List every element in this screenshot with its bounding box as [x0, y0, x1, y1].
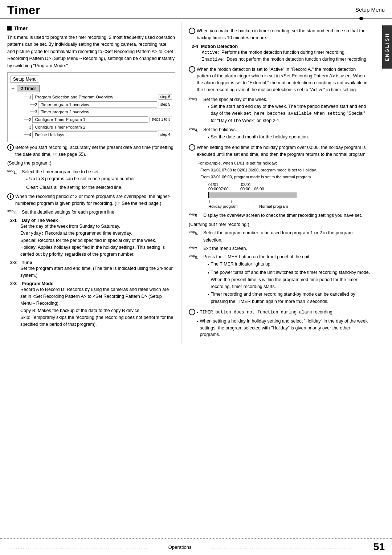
sub-num-2-3: 2-3: [10, 281, 20, 286]
step-4-content: Set the holidays. • Set the date and mon…: [203, 126, 370, 142]
right-info-4: i • TIMER button does not function durin…: [189, 309, 370, 339]
right-info-text-2: When the motion detection is set to "Act…: [197, 66, 370, 93]
timeline-date-labels: 01/01 02/01: [208, 182, 370, 187]
right-info-icon-4: i: [189, 309, 195, 315]
step-badge-2: step 5: [159, 102, 172, 107]
tree-num-1: 1: [29, 95, 31, 99]
tree-box-4: Configure Timer Program 1: [32, 116, 148, 123]
time-label-2: 07:00: [219, 187, 240, 191]
example-line-2: From 02/01 06:00, program mode is set to…: [200, 174, 370, 180]
right-info-icon-2: i: [189, 66, 195, 73]
step-1-prefix: step1.: [7, 169, 22, 174]
sub-content-2-2: Set the program start and end time. (The…: [20, 265, 175, 279]
step-8-content: Press the TIMER button on the front pane…: [203, 254, 370, 306]
timeline-time-labels: 00:00 07:00 00:00 06:00: [208, 187, 370, 191]
info-block-2: i When the recording period of 2 or more…: [7, 193, 175, 207]
tree-num-2: 2: [35, 102, 37, 107]
step-7-prefix: step7.: [189, 245, 203, 251]
tree-box-3: Timer program 2 overview: [38, 109, 172, 115]
tree-conn-5: [24, 127, 29, 127]
arrow-mid: ↑: [230, 199, 252, 204]
step-4-prefix: step4.: [189, 126, 203, 132]
everyday-text: Everyday:: [20, 231, 44, 236]
inactive-text: Inactive:: [202, 57, 225, 62]
main-content: Timer This menu is used to program the t…: [0, 19, 392, 348]
menu-diagram: Setup Menu → 2 Timer 1 Program Selection…: [7, 72, 175, 142]
sub-item-2-4: 2-4 Motion Detection Active: Performs th…: [192, 44, 370, 63]
bullet-icon-3-1: •: [208, 104, 209, 111]
info-4-bullet-1: • TIMER button does not function during …: [197, 309, 370, 316]
right-info-text-3: When setting the end time of the holiday…: [197, 144, 370, 158]
step-8-bullet-3-text: Timer recording and timer recording stan…: [211, 291, 370, 305]
step-7-row: step7. Exit the menu screen.: [189, 245, 370, 252]
step-badge-1: step 6: [159, 94, 172, 100]
step-1-text: Select the timer program line to be set.: [22, 169, 100, 174]
tree-item-3: 3 Timer program 2 overview: [30, 109, 172, 115]
tree-conn-4: [24, 119, 29, 119]
step-8-row: step8. Press the TIMER button on the fro…: [189, 254, 370, 306]
sub-title-2-3: Program Mode: [22, 281, 54, 286]
normal-label: Normal program: [259, 204, 288, 208]
tree-num-3: 3: [35, 110, 37, 114]
holiday-label: Holiday program: [208, 204, 259, 208]
sub-num-2-1: 2-1: [10, 218, 20, 223]
tree-label-1: Program Selection and Program Overview: [35, 95, 113, 99]
step-1-clear: Clear: Clears all the setting for the se…: [26, 184, 175, 191]
step-2-text: Set the detailed settings for each progr…: [22, 210, 115, 215]
time-label-4: 06:00: [254, 187, 264, 191]
step-4-bullet-1: • Set the date and month for the holiday…: [208, 134, 370, 141]
setup-menu-label: Setup Menu: [355, 4, 385, 13]
step-2-content: Set the detailed settings for each progr…: [22, 209, 175, 216]
bullet-icon-1: •: [26, 176, 28, 183]
step-7-content: Exit the menu screen.: [203, 245, 370, 252]
tree-label-5: Configure Timer Program 2: [35, 125, 85, 129]
example-line-1: From 01/01 07:00 to 02/01 06:00, program…: [200, 167, 370, 173]
timeline-bar: [208, 192, 370, 198]
tree-conn-2: [30, 104, 35, 105]
info-4-bullet-2: • When setting a holiday in holiday sett…: [197, 318, 370, 338]
tree-conn-3: [30, 112, 35, 112]
timer-box: 2 Timer: [17, 85, 40, 92]
carrying-out-label: (Carrying out timer recording:): [189, 221, 370, 228]
tree-box-6: Define Holidays: [32, 131, 157, 138]
info-icon-2: i: [7, 193, 14, 200]
date-label-2: 02/01: [241, 182, 251, 187]
step-5-row: step5. Display the overview screen to ch…: [189, 212, 370, 219]
setting-program-label: (Setting the program:): [7, 160, 175, 167]
example-title: For example, when 01/01 is set for holid…: [197, 160, 370, 167]
step-6-prefix: step6.: [189, 230, 203, 235]
step-8-bullet-1: • The TIMER indicator lights up.: [208, 261, 370, 268]
sub-title-2-2: Time: [22, 260, 32, 265]
tree-num-6: 4: [29, 133, 31, 137]
sub-content-2-4: Active: Performs the motion detection fu…: [202, 49, 370, 63]
section-title: Timer: [14, 25, 28, 31]
step-4-bullet-text: Set the date and month for the holiday o…: [211, 134, 309, 141]
footer-dots-left: ........................................…: [7, 545, 148, 549]
intro-text: This menu is used to program the timer r…: [7, 34, 175, 69]
tree-label-2: Timer program 1 overview: [41, 102, 89, 107]
step-badge-4: steps 1 to 3: [150, 117, 172, 122]
timeline-holiday-fill: [209, 192, 297, 198]
heading-square-icon: [7, 26, 12, 31]
arrow-icon: →: [11, 85, 15, 91]
step-8-bullet-2: • The power turns off and the unit switc…: [208, 269, 370, 290]
right-info-3: i When setting the end time of the holid…: [189, 144, 370, 158]
tree-item-6: 4 Define Holidays step 4: [24, 131, 172, 138]
bullet-icon-4-1: •: [208, 134, 209, 141]
step-3-prefix: step3.: [189, 96, 203, 102]
sub-num-2-2: 2-2: [10, 260, 20, 265]
right-info-text-1: When you make the backup in timer record…: [197, 28, 370, 41]
step-8-prefix: step8.: [189, 254, 203, 259]
info-text-1: Before you start recording, accurately s…: [15, 144, 175, 158]
step-8-bullet-2-text: The power turns off and the unit switche…: [211, 269, 370, 290]
time-label-3: 00:00: [240, 187, 254, 191]
timeline-arrows: ↑ ↑ ↑: [208, 199, 370, 204]
diagram-tree: 1 Program Selection and Program Overview…: [24, 94, 172, 138]
tree-group-sub: 2 Timer program 1 overview step 5 3: [30, 101, 172, 115]
step-3-row: step3. Set the special day of the week. …: [189, 96, 370, 125]
step-3-content: Set the special day of the week. • Set t…: [203, 96, 370, 125]
tree-label-3: Timer program 2 overview: [41, 110, 89, 114]
step-2-prefix: step2.: [7, 209, 22, 215]
tree-item-4: 2 Configure Timer Program 1 steps 1 to 3: [24, 116, 172, 123]
sub-item-2-1: 2-1 Day of The Week Set the day of the w…: [10, 218, 175, 258]
